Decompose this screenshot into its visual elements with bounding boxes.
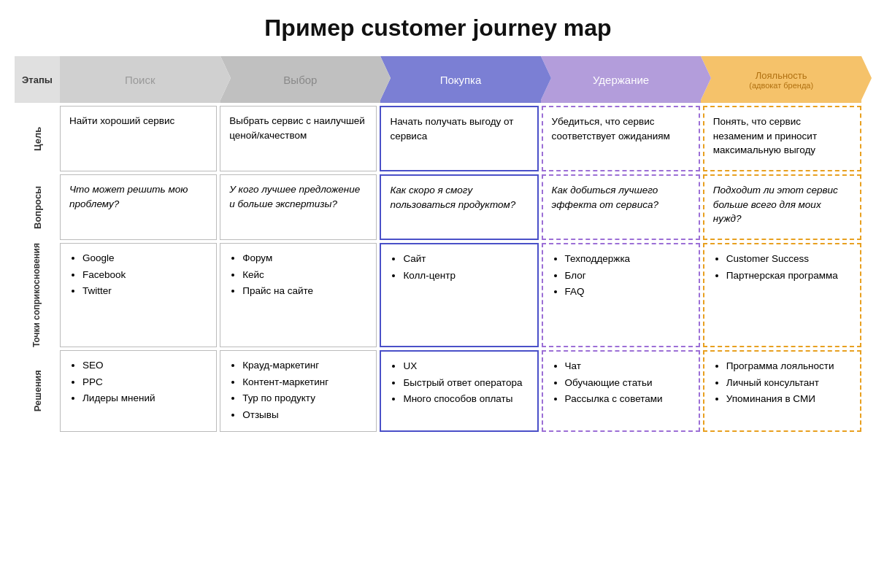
list-item: Партнерская программа	[726, 268, 851, 283]
cell-voprosy-loyalnost: Подходит ли этот сервис больше всего для…	[703, 174, 861, 240]
cell-tochki-loyalnost: Customer Success Партнерская программа	[703, 243, 861, 347]
list-tochki-poisk: Google Facebook Twitter	[69, 251, 207, 298]
list-item: Техподдержка	[565, 252, 690, 266]
list-resheniya-pokupka: UX Быстрый ответ оператора Много способо…	[390, 359, 528, 406]
list-resheniya-uderzhanie: Чат Обучающие статьи Рассылка с советами	[552, 359, 690, 406]
cell-cel-pokupka: Начать получать выгоду от сервиса	[380, 106, 538, 171]
list-item: Колл-центр	[403, 268, 528, 283]
list-item: Рассылка с советами	[565, 392, 690, 406]
cell-tochki-vybor: Форум Кейс Прайс на сайте	[220, 243, 377, 347]
cell-resheniya-poisk: SEO PPC Лидеры мнений	[60, 350, 217, 432]
stage-poisk: Поиск	[60, 56, 220, 103]
list-item: Лидеры мнений	[82, 391, 207, 406]
list-item: Сайт	[403, 252, 528, 266]
row-tochki-cells: Google Facebook Twitter Форум Кейс Прайс…	[60, 243, 861, 347]
row-resheniya-cells: SEO PPC Лидеры мнений Крауд-маркетинг Ко…	[60, 350, 861, 432]
customer-journey-map: Этапы Поиск Выбор Покупка Удержание Лоял…	[15, 56, 861, 432]
list-tochki-vybor: Форум Кейс Прайс на сайте	[229, 251, 367, 298]
list-item: Google	[82, 251, 207, 266]
cell-resheniya-loyalnost: Программа лояльности Личный консультант …	[703, 350, 861, 432]
list-item: Прайс на сайте	[242, 284, 367, 298]
row-label-tochki: Точки сопри­косно­вения	[15, 243, 60, 347]
row-label-cel: Цель	[15, 106, 60, 171]
list-item: Чат	[565, 359, 690, 374]
cell-cel-poisk: Найти хороший сервис	[60, 106, 217, 171]
list-resheniya-poisk: SEO PPC Лидеры мнений	[69, 358, 207, 406]
cell-cel-uderzhanie: Убедиться, что сервис соответствует ожид…	[542, 106, 700, 171]
cell-cel-loyalnost: Понять, что сервис незаменим и приносит …	[703, 106, 861, 171]
list-item: Twitter	[82, 284, 207, 298]
list-tochki-uderzhanie: Техподдержка Блог FAQ	[552, 252, 690, 299]
row-cel-cells: Найти хороший сервис Выбрать сервис с на…	[60, 106, 861, 171]
list-item: Обучающие статьи	[565, 376, 690, 390]
page-title: Пример customer journey map	[15, 15, 861, 42]
stages-label: Этапы	[15, 56, 60, 103]
stage-vybor: Выбор	[220, 56, 381, 103]
cell-tochki-poisk: Google Facebook Twitter	[60, 243, 217, 347]
list-item: Facebook	[82, 268, 207, 282]
row-voprosy-cells: Что может решить мою проблему? У кого лу…	[60, 174, 861, 240]
stage-loyalnost: Лояльность (адвокат бренда)	[701, 56, 861, 103]
list-item: Customer Success	[726, 252, 851, 266]
list-item: Упоминания в СМИ	[726, 392, 851, 406]
row-voprosy: Вопросы Что может решить мою проблему? У…	[15, 174, 861, 240]
stage-uderzhanie: Удержание	[541, 56, 702, 103]
cell-resheniya-uderzhanie: Чат Обучающие статьи Рассылка с советами	[542, 350, 700, 432]
list-tochki-loyalnost: Customer Success Партнерская программа	[713, 252, 851, 282]
stages-header-row: Этапы Поиск Выбор Покупка Удержание Лоял…	[15, 56, 861, 103]
list-item: Быстрый ответ оператора	[403, 376, 528, 390]
list-item: Тур по продукту	[242, 391, 367, 406]
stage-pokupka: Покупка	[380, 56, 541, 103]
list-resheniya-loyalnost: Программа лояльности Личный консультант …	[713, 359, 851, 406]
cell-voprosy-uderzhanie: Как добиться лучшего эффекта от сервиса?	[542, 174, 700, 240]
cell-tochki-uderzhanie: Техподдержка Блог FAQ	[542, 243, 700, 347]
row-label-voprosy: Вопросы	[15, 174, 60, 240]
list-item: Крауд-маркетинг	[242, 358, 367, 373]
cell-resheniya-vybor: Крауд-маркетинг Контент-маркетинг Тур по…	[220, 350, 377, 432]
cell-voprosy-pokupka: Как скоро я смогу пользоваться продуктом…	[380, 174, 538, 240]
list-item: Много способов оплаты	[403, 392, 528, 406]
list-item: Блог	[565, 268, 690, 283]
row-tochki: Точки сопри­косно­вения Google Facebook …	[15, 243, 861, 347]
list-resheniya-vybor: Крауд-маркетинг Контент-маркетинг Тур по…	[229, 358, 367, 422]
list-item: Отзывы	[242, 408, 367, 422]
row-label-resheniya: Решения	[15, 350, 60, 432]
cell-cel-vybor: Выбрать сервис с наилучшей ценой/качеств…	[220, 106, 377, 171]
list-item: Программа лояльности	[726, 359, 851, 374]
list-item: Контент-маркетинг	[242, 375, 367, 390]
list-item: FAQ	[565, 285, 690, 299]
row-cel: Цель Найти хороший сервис Выбрать сервис…	[15, 106, 861, 171]
cell-voprosy-poisk: Что может решить мою проблему?	[60, 174, 217, 240]
list-item: Личный консультант	[726, 376, 851, 390]
list-item: Форум	[242, 251, 367, 266]
list-item: UX	[403, 359, 528, 374]
list-item: PPC	[82, 375, 207, 390]
list-item: Кейс	[242, 268, 367, 282]
list-item: SEO	[82, 358, 207, 373]
list-tochki-pokupka: Сайт Колл-центр	[390, 252, 528, 282]
cell-voprosy-vybor: У кого лучшее предложение и больше экспе…	[220, 174, 377, 240]
cell-tochki-pokupka: Сайт Колл-центр	[380, 243, 538, 347]
row-resheniya: Решения SEO PPC Лидеры мнений Крауд-марк…	[15, 350, 861, 432]
cell-resheniya-pokupka: UX Быстрый ответ оператора Много способо…	[380, 350, 538, 432]
stages-arrows-container: Поиск Выбор Покупка Удержание Лояльность…	[60, 56, 861, 103]
